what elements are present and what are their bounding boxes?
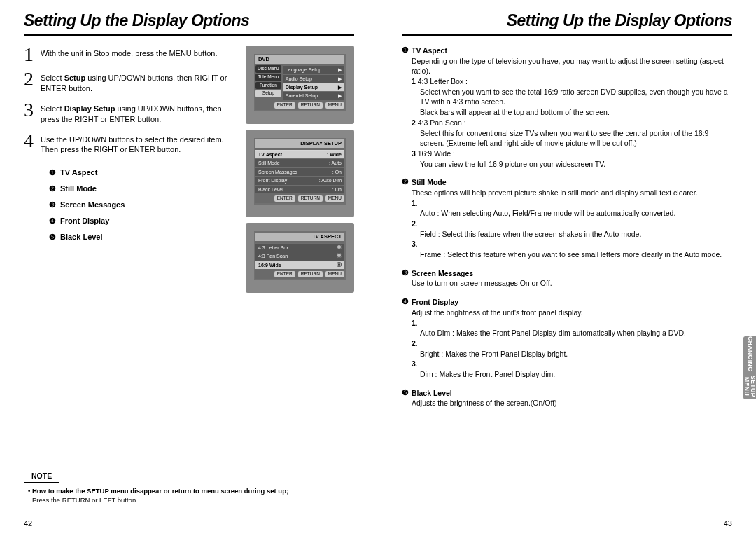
enum-num: 2 — [412, 339, 416, 348]
osd-button: ENTER — [274, 195, 295, 202]
step-2: 2 Select Setup using UP/DOWN buttons, th… — [24, 70, 236, 94]
step-number: 1 — [24, 46, 36, 63]
section: ❺Black LevelAdjusts the brightness of th… — [402, 388, 732, 408]
left-content: 1 With the unit in Stop mode, press the … — [24, 46, 354, 293]
enum-body: Select this for conventional size TVs wh… — [420, 128, 732, 149]
enum-num: 1 — [412, 77, 416, 85]
enum-body: Black bars will appear at the top and bo… — [420, 107, 732, 118]
enum-body: Frame : Select this feature when you wan… — [420, 249, 732, 260]
osd-screenshot-tv-aspect: TV ASPECT 4:3 Letter Box 4:3 Pan Scan 16… — [246, 223, 354, 293]
sidebar-pill-selected: Setup — [255, 90, 281, 97]
osd-list: TV Aspect: Wide Still Mode: Auto Screen … — [255, 150, 344, 193]
section-intro: Adjust the brightness of the unit's fron… — [412, 308, 732, 318]
list-row: Parental Setup :▶ — [283, 91, 344, 99]
enum-item: 3. — [412, 239, 732, 249]
section: ❹Front DisplayAdjust the brightness of t… — [402, 297, 732, 380]
side-tab: CHANGING SETUP MENU — [743, 336, 756, 399]
list-row: 4:3 Letter Box — [255, 243, 344, 252]
arrow-icon: ▶ — [338, 84, 342, 90]
note-body: • How to make the SETUP menu disappear o… — [28, 487, 354, 505]
tab-line1: CHANGING — [746, 336, 752, 371]
osd-list: Language Setup▶ Audio Setup▶ Display Set… — [283, 65, 344, 100]
page-left: Setting Up the Display Options 1 With th… — [0, 0, 378, 536]
osd-button: RETURN — [298, 102, 323, 109]
enum-num: 3 — [412, 359, 416, 368]
cell: : Auto Dim — [319, 177, 342, 184]
osd-screenshot-setup-menu: DVD Disc Menu Title Menu Function Setup … — [246, 46, 354, 124]
step-text: Select Setup using UP/DOWN buttons, then… — [41, 70, 236, 94]
section-head: ❶TV Aspect — [402, 46, 732, 56]
enum-num: 1 — [412, 199, 416, 207]
enum-item: 1 4:3 Letter Box : — [412, 76, 732, 87]
cell: Language Setup — [286, 67, 321, 73]
list-row-selected: 16:9 Wide — [255, 261, 344, 269]
note-line-2: Press the RETURN or LEFT button. — [28, 496, 354, 505]
osd-sidebar: Disc Menu Title Menu Function Setup — [255, 65, 281, 100]
list-row: Screen Massages: On — [255, 167, 344, 176]
note-block: NOTE • How to make the SETUP menu disapp… — [24, 469, 354, 522]
step-4: 4 Use the UP/DOWN buttons to select the … — [24, 132, 236, 156]
page-title: Setting Up the Display Options — [402, 10, 732, 32]
note-line-1: • How to make the SETUP menu disappear o… — [28, 487, 288, 495]
enum-body: Dim : Makes the Front Panel Display dim. — [420, 369, 732, 380]
section-head: ❹Front Display — [402, 297, 732, 308]
osd-header: TV ASPECT — [255, 233, 344, 241]
section-marker: ❺ — [402, 388, 409, 399]
option-marker: ❹ — [49, 216, 56, 226]
step-3: 3 Select Display Setup using UP/DOWN but… — [24, 101, 236, 125]
option-front-display: ❹Front Display — [49, 216, 236, 226]
option-black-level: ❺Black Level — [49, 232, 236, 242]
enum-item: 3 16:9 Wide : — [412, 149, 732, 159]
page-right: Setting Up the Display Options ❶TV Aspec… — [378, 0, 756, 536]
page-title: Setting Up the Display Options — [24, 10, 354, 32]
section-head: ❷Still Mode — [402, 177, 732, 188]
arrow-icon: ▶ — [338, 92, 342, 99]
list-row-selected: TV Aspect: Wide — [255, 150, 344, 158]
enum-item: 3. — [412, 359, 732, 369]
section-intro: Use to turn on-screen messages On or Off… — [412, 278, 732, 289]
cell: : On — [332, 186, 342, 193]
osd-list: 4:3 Letter Box 4:3 Pan Scan 16:9 Wide — [255, 243, 344, 269]
option-label: Front Display — [60, 216, 109, 226]
section: ❶TV AspectDepending on the type of telev… — [402, 46, 732, 169]
option-still-mode: ❷Still Mode — [49, 184, 236, 194]
osd-button: RETURN — [298, 195, 323, 202]
steps-column: 1 With the unit in Stop mode, press the … — [24, 46, 236, 293]
enum-num: 1 — [412, 319, 416, 327]
cell: Black Level — [258, 186, 284, 193]
title-bar-right: Setting Up the Display Options — [402, 10, 732, 36]
list-row: Still Mode: Auto — [255, 158, 344, 167]
section-body: Depending on the type of television you … — [412, 56, 732, 170]
section-head: ❸Screen Messages — [402, 268, 732, 279]
list-row: Front Display: Auto Dim — [255, 176, 344, 184]
step-pre: Select — [41, 74, 64, 82]
title-bar-left: Setting Up the Display Options — [24, 10, 354, 36]
cell: Audio Setup — [286, 76, 312, 82]
step-pre: Select — [41, 104, 64, 113]
screens-column: DVD Disc Menu Title Menu Function Setup … — [246, 46, 354, 293]
step-number: 4 — [24, 132, 36, 156]
option-marker: ❶ — [49, 167, 56, 178]
osd-button: RETURN — [298, 271, 323, 277]
enum-body: Field : Select this feature when the scr… — [420, 229, 732, 240]
section-intro: Depending on the type of television you … — [412, 56, 732, 76]
enum-item: 2. — [412, 219, 732, 229]
section: ❸Screen MessagesUse to turn on-screen me… — [402, 268, 732, 289]
enum-item: 1. — [412, 198, 732, 209]
enum-num: 3 — [412, 240, 416, 248]
list-row: Language Setup▶ — [283, 65, 344, 74]
section-title: Front Display — [412, 297, 458, 308]
section-title: Screen Messages — [412, 268, 473, 279]
options-list: ❶TV Aspect ❷Still Mode ❸Screen Messages … — [49, 167, 236, 242]
osd-button: MENU — [326, 195, 344, 202]
cell: Still Mode — [258, 160, 280, 166]
section: ❷Still ModeThese options will help preve… — [402, 177, 732, 260]
cell: 16:9 Wide — [258, 262, 281, 268]
page-number-right: 43 — [724, 518, 732, 529]
cell: 4:3 Letter Box — [258, 245, 289, 251]
list-row: Audio Setup▶ — [283, 74, 344, 83]
section-marker: ❷ — [402, 177, 409, 188]
cell: : On — [332, 169, 342, 175]
list-row: Black Level: On — [255, 185, 344, 193]
cell: Front Display — [258, 177, 287, 184]
